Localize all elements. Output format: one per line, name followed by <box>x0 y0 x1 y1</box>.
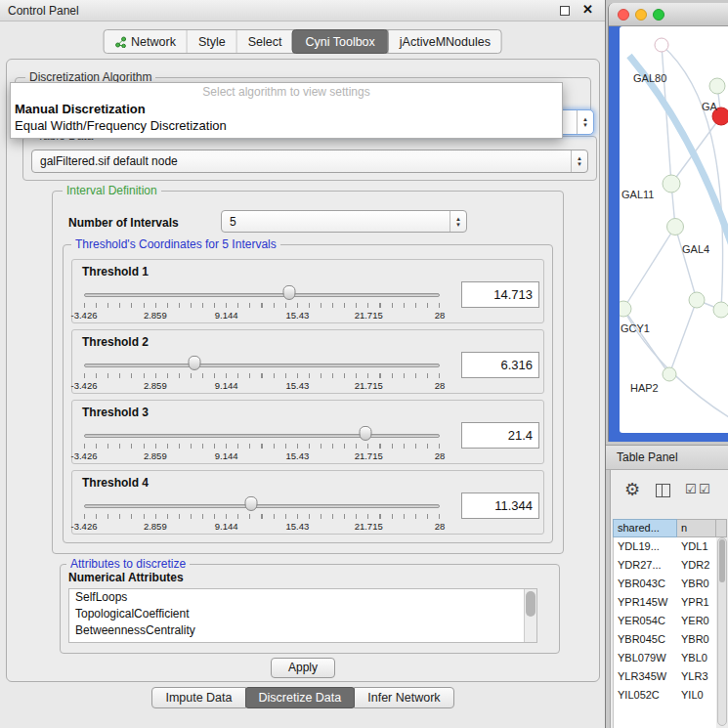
cell[interactable]: YER0 <box>678 612 716 630</box>
cyni-toolbox-panel: Discretization Algorithm ▲ ▼ Table Data … <box>6 59 600 682</box>
network-node[interactable] <box>655 38 668 52</box>
scale-label: 28 <box>435 521 446 532</box>
cell[interactable]: YBL0 <box>678 649 716 667</box>
table-row[interactable]: YLR345W YLR3 <box>614 667 716 686</box>
network-node[interactable] <box>709 78 725 94</box>
cell[interactable]: YBR045C <box>614 630 678 649</box>
list-item[interactable]: SelfLoops <box>69 589 536 606</box>
cell[interactable]: YBR0 <box>678 630 716 649</box>
thresholds-group-title: Threshold's Coordinates for 5 Intervals <box>71 237 280 251</box>
threshold-2-value-field[interactable]: 6.316 <box>461 352 539 378</box>
cell[interactable]: YBL079W <box>614 649 678 667</box>
tab-impute-data[interactable]: Impute Data <box>151 687 245 708</box>
list-scrollbar[interactable] <box>524 589 536 642</box>
node-label: GAL4 <box>682 243 709 255</box>
threshold-2-slider[interactable]: -3.426 2.859 9.144 15.43 21.715 28 <box>84 352 440 393</box>
cell[interactable]: YPR1 <box>678 593 716 612</box>
table-scrollbar[interactable] <box>717 537 727 726</box>
table-panel-header: Table Panel <box>606 445 728 470</box>
cell[interactable]: YDR27... <box>614 556 678 575</box>
threshold-1-slider[interactable]: -3.426 2.859 9.144 15.43 21.715 28 <box>84 281 440 322</box>
settings-gear-icon[interactable]: ⚙ <box>624 479 640 500</box>
slider-thumb[interactable] <box>245 496 258 511</box>
scale-label: 28 <box>435 310 446 321</box>
tab-style[interactable]: Style <box>187 30 236 53</box>
column-manager-icon[interactable] <box>656 484 670 497</box>
table-panel: ⚙ ☑ ☑ shared... n YDL19... YDL1 YDR27...… <box>610 470 728 728</box>
threshold-4-value-field[interactable]: 11.344 <box>461 492 539 519</box>
tab-network[interactable]: Network <box>104 30 187 53</box>
zoom-traffic-light-icon[interactable] <box>653 9 664 21</box>
cell[interactable]: YLR345W <box>614 667 678 686</box>
slider-track[interactable] <box>84 364 440 367</box>
number-of-intervals-combobox[interactable]: 5 ▲ ▼ <box>221 210 467 233</box>
list-item[interactable]: BetweennessCentrality <box>69 622 536 639</box>
select-rows-checkbox-icon[interactable]: ☑ <box>685 482 697 496</box>
apply-button[interactable]: Apply <box>271 658 335 678</box>
network-node[interactable] <box>689 292 705 308</box>
cell[interactable]: YIL052C <box>614 686 678 705</box>
list-scrollbar-thumb[interactable] <box>526 591 535 617</box>
tab-cyni-toolbox[interactable]: Cyni Toolbox <box>291 29 388 54</box>
table-row[interactable]: YDR27... YDR2 <box>614 556 716 575</box>
tab-select[interactable]: Select <box>236 30 293 53</box>
float-window-icon[interactable] <box>560 6 570 16</box>
network-node[interactable] <box>663 367 676 381</box>
minimize-traffic-light-icon[interactable] <box>635 9 647 21</box>
slider-scale: -3.426 2.859 9.144 15.43 21.715 28 <box>84 380 440 391</box>
scale-label: 2.859 <box>144 310 167 321</box>
tab-jactivemnodules[interactable]: jActiveMNodules <box>388 30 501 53</box>
column-header-name[interactable]: n <box>677 519 716 537</box>
threshold-3-slider[interactable]: -3.426 2.859 9.144 15.43 21.715 28 <box>84 422 440 463</box>
cell[interactable]: YBR0 <box>678 575 716 593</box>
dropdown-option-manual-discretization[interactable]: Manual Discretization <box>11 100 562 117</box>
table-row[interactable]: YPR145W YPR1 <box>614 593 716 612</box>
scale-label: -3.426 <box>71 380 98 391</box>
slider-thumb[interactable] <box>283 285 296 300</box>
cell[interactable]: YDR2 <box>678 556 716 575</box>
network-node[interactable] <box>620 301 631 317</box>
table-row[interactable]: YIL052C YIL0 <box>614 686 716 705</box>
slider-track[interactable] <box>84 504 440 508</box>
cell[interactable]: YER054C <box>614 612 678 630</box>
slider-thumb[interactable] <box>188 356 200 370</box>
table-row[interactable]: YDL19... YDL1 <box>614 537 716 556</box>
threshold-4-slider[interactable]: -3.426 2.859 9.144 15.43 21.715 28 <box>84 492 440 534</box>
combo-stepper-icon[interactable]: ▲ ▼ <box>571 150 587 172</box>
close-window-icon[interactable]: ✕ <box>582 2 593 17</box>
threshold-3-value-field[interactable]: 21.4 <box>461 422 539 449</box>
table-scrollbar-thumb[interactable] <box>719 539 725 582</box>
slider-track[interactable] <box>84 293 440 297</box>
table-row[interactable]: YBR045C YBR0 <box>614 630 716 649</box>
dropdown-option-equal-width-frequency[interactable]: Equal Width/Frequency Discretization <box>11 117 562 134</box>
cell[interactable]: YDL1 <box>678 537 716 556</box>
slider-ticks <box>84 444 440 449</box>
slider-track[interactable] <box>84 434 440 438</box>
list-item[interactable]: TopologicalCoefficient <box>69 606 536 622</box>
cell[interactable]: YBR043C <box>614 575 678 593</box>
table-row[interactable]: YBR043C YBR0 <box>614 575 716 593</box>
node-label: HAP2 <box>630 382 659 394</box>
combo-stepper-icon[interactable]: ▲ ▼ <box>450 211 466 232</box>
table-data-combobox[interactable]: galFiltered.sif default node ▲ ▼ <box>31 150 588 173</box>
cell[interactable]: YIL0 <box>678 686 716 705</box>
cell[interactable]: YDL19... <box>614 537 678 556</box>
bottom-tab-bar: Impute Data Discretize Data Infer Networ… <box>0 687 605 708</box>
scale-label: 9.144 <box>215 450 238 461</box>
network-canvas[interactable]: GAL80 GA GAL11 GAL4 GCY1 HAP2 <box>620 26 728 433</box>
table-row[interactable]: YBL079W YBL0 <box>614 649 716 667</box>
tab-infer-network[interactable]: Infer Network <box>354 687 453 708</box>
slider-thumb[interactable] <box>359 426 371 441</box>
threshold-1-value-field[interactable]: 14.713 <box>461 281 539 308</box>
tab-discretize-data[interactable]: Discretize Data <box>245 687 356 708</box>
network-node[interactable] <box>713 302 728 318</box>
cell[interactable]: YPR145W <box>614 593 678 612</box>
select-all-checkbox-icon[interactable]: ☑ <box>699 482 710 496</box>
network-node[interactable] <box>663 175 680 193</box>
cell[interactable]: YLR3 <box>678 667 716 686</box>
column-header-shared-name[interactable]: shared... <box>613 519 677 537</box>
close-traffic-light-icon[interactable] <box>618 9 629 21</box>
network-node[interactable] <box>667 219 684 236</box>
table-row[interactable]: YER054C YER0 <box>614 612 716 630</box>
combo-stepper-icon[interactable]: ▲ ▼ <box>577 110 593 134</box>
